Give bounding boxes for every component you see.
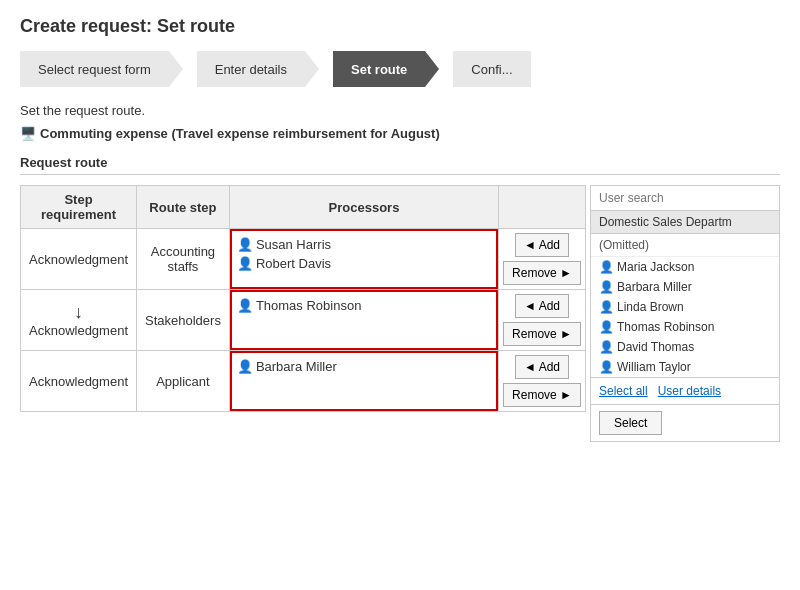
user-icon-blue: 👤 (599, 360, 613, 374)
processors-inner-2: 👤 Thomas Robinson (230, 290, 498, 350)
remove-button-3[interactable]: Remove ► (503, 383, 581, 407)
step-arrow-1 (169, 51, 183, 87)
col-processors: Processors (229, 186, 498, 229)
right-panel: Domestic Sales Departm (Omitted) 👤 Maria… (590, 185, 780, 442)
action-btns-3: ◄ Add Remove ► (503, 355, 581, 407)
route-step-3: Applicant (137, 351, 230, 412)
remove-button-2[interactable]: Remove ► (503, 322, 581, 346)
step-select-form-label: Select request form (38, 62, 151, 77)
route-step-2: Stakeholders (137, 290, 230, 351)
user-name: Barbara Miller (617, 280, 692, 294)
section-title: Request route (20, 155, 780, 175)
step-confirm-label: Confi... (471, 62, 512, 77)
processors-3: 👤 Barbara Miller (229, 351, 498, 412)
select-section: Select (591, 404, 779, 441)
actions-1: ◄ Add Remove ► (499, 229, 586, 290)
processors-1: 👤 Susan Harris 👤 Robert Davis (229, 229, 498, 290)
processors-inner-3: 👤 Barbara Miller (230, 351, 498, 411)
user-icon-green: 👤 (238, 360, 252, 374)
dept-header: Domestic Sales Departm (591, 211, 779, 234)
step-req-3: Acknowledgment (21, 351, 137, 412)
processor-item: 👤 Thomas Robinson (238, 298, 490, 313)
user-icon-blue: 👤 (599, 260, 613, 274)
add-button-2[interactable]: ◄ Add (515, 294, 569, 318)
processor-item: 👤 Robert Davis (238, 256, 490, 271)
stepper: Select request form Enter details Set ro… (20, 51, 780, 87)
processor-item: 👤 Susan Harris (238, 237, 490, 252)
omitted-label: (Omitted) (591, 234, 779, 257)
page-title: Create request: Set route (20, 16, 780, 37)
step-arrow-3 (425, 51, 439, 87)
list-item[interactable]: 👤 David Thomas (591, 337, 779, 357)
processor-name: Thomas Robinson (256, 298, 362, 313)
col-route-step: Route step (137, 186, 230, 229)
table-row: ↓ Acknowledgment Stakeholders 👤 Thomas R… (21, 290, 586, 351)
user-name: Linda Brown (617, 300, 684, 314)
user-name: David Thomas (617, 340, 694, 354)
processors-2: 👤 Thomas Robinson (229, 290, 498, 351)
user-icon-blue: 👤 (599, 320, 613, 334)
form-icon: 🖥️ (20, 126, 36, 141)
route-step-1: Accounting staffs (137, 229, 230, 290)
col-step-req: Step requirement (21, 186, 137, 229)
actions-2: ◄ Add Remove ► (499, 290, 586, 351)
form-title: 🖥️ Commuting expense (Travel expense rei… (20, 126, 780, 141)
user-icon-blue: 👤 (599, 340, 613, 354)
action-btns-1: ◄ Add Remove ► (503, 233, 581, 285)
table-row: Acknowledgment Applicant 👤 Barbara Mille… (21, 351, 586, 412)
request-route-table: Step requirement Route step Processors A… (20, 185, 586, 412)
processor-name: Robert Davis (256, 256, 331, 271)
user-search-input[interactable] (591, 186, 779, 211)
user-icon-green: 👤 (599, 280, 613, 294)
step-req-1: Acknowledgment (21, 229, 137, 290)
add-button-1[interactable]: ◄ Add (515, 233, 569, 257)
actions-3: ◄ Add Remove ► (499, 351, 586, 412)
step-enter-details[interactable]: Enter details (197, 51, 305, 87)
action-btns-2: ◄ Add Remove ► (503, 294, 581, 346)
step-req-2: ↓ Acknowledgment (21, 290, 137, 351)
step-confirm[interactable]: Confi... (453, 51, 530, 87)
list-item[interactable]: 👤 Thomas Robinson (591, 317, 779, 337)
down-arrow-icon: ↓ (29, 302, 128, 323)
processor-name: Barbara Miller (256, 359, 337, 374)
user-details-link[interactable]: User details (658, 384, 721, 398)
main-content: Step requirement Route step Processors A… (20, 185, 780, 442)
user-name: Maria Jackson (617, 260, 694, 274)
processor-name: Susan Harris (256, 237, 331, 252)
step-set-route[interactable]: Set route (333, 51, 425, 87)
user-icon-blue: 👤 (599, 300, 613, 314)
user-list: (Omitted) 👤 Maria Jackson 👤 Barbara Mill… (591, 234, 779, 377)
user-icon-blue: 👤 (238, 299, 252, 313)
processor-item: 👤 Barbara Miller (238, 359, 490, 374)
processors-inner-1: 👤 Susan Harris 👤 Robert Davis (230, 229, 498, 289)
add-button-3[interactable]: ◄ Add (515, 355, 569, 379)
user-icon-blue: 👤 (238, 238, 252, 252)
table-section: Step requirement Route step Processors A… (20, 185, 586, 442)
select-all-link[interactable]: Select all (599, 384, 648, 398)
table-row: Acknowledgment Accounting staffs 👤 Susan… (21, 229, 586, 290)
list-item[interactable]: 👤 William Taylor (591, 357, 779, 377)
step-enter-details-label: Enter details (215, 62, 287, 77)
user-name: William Taylor (617, 360, 691, 374)
user-name: Thomas Robinson (617, 320, 714, 334)
panel-footer: Select all User details (591, 377, 779, 404)
step-set-route-label: Set route (351, 62, 407, 77)
list-item[interactable]: 👤 Barbara Miller (591, 277, 779, 297)
list-item[interactable]: 👤 Linda Brown (591, 297, 779, 317)
list-item[interactable]: 👤 Maria Jackson (591, 257, 779, 277)
select-button[interactable]: Select (599, 411, 662, 435)
col-actions (499, 186, 586, 229)
step-select-form[interactable]: Select request form (20, 51, 169, 87)
step-arrow-2 (305, 51, 319, 87)
remove-button-1[interactable]: Remove ► (503, 261, 581, 285)
user-icon-blue: 👤 (238, 257, 252, 271)
subtitle: Set the request route. (20, 103, 780, 118)
